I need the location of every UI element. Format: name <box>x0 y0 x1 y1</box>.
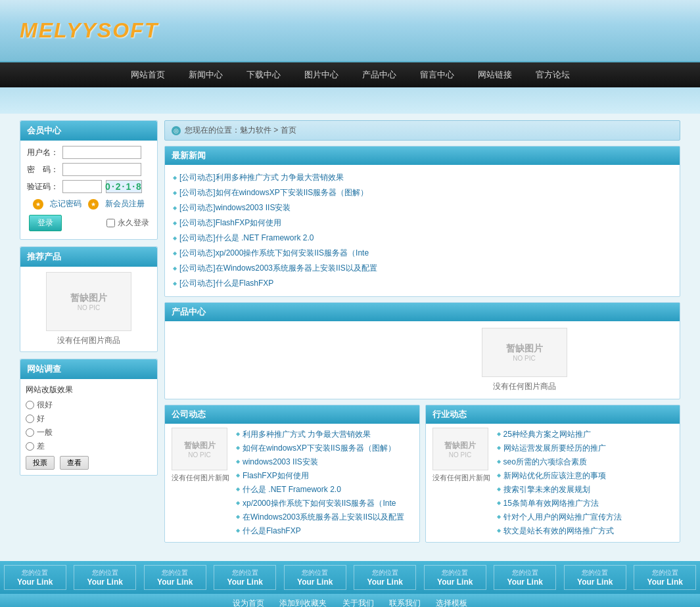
captcha-label: 验证码： <box>26 181 58 192</box>
industry-news-item-6: 针对个人用户的网站推广宣传方法 <box>497 510 674 524</box>
nav-links[interactable]: 网站链接 <box>466 62 524 87</box>
footer-link-4[interactable]: 您的位置 Your Link <box>284 565 346 590</box>
nav-messages[interactable]: 留言中心 <box>408 62 466 87</box>
news-link-7[interactable]: [公司动态]什么是FlashFXP <box>179 278 273 289</box>
password-label: 密 码： <box>26 164 58 175</box>
vote-button[interactable]: 投票 <box>26 456 55 470</box>
industry-small-no-pic: 暂缺图片 NO PIC <box>432 428 488 470</box>
industry-news-link-0[interactable]: 25种经典方案之网站推广 <box>503 429 591 440</box>
company-news-pic: 暂缺图片 NO PIC 没有任何图片新闻 <box>172 428 231 538</box>
news-link-3[interactable]: [公司动态]FlashFXP如何使用 <box>179 217 281 229</box>
industry-news-link-7[interactable]: 软文是站长有效的网络推广方式 <box>503 526 614 537</box>
logo-text2: SOFT <box>97 18 158 42</box>
captcha-input[interactable] <box>62 180 102 193</box>
company-news-item-6: 在Windows2003系统服务器上安装IIS以及配置 <box>236 510 413 524</box>
username-input[interactable] <box>62 146 141 159</box>
footer-link-label-0: Your Link <box>17 577 53 587</box>
company-news-item-7: 什么是FlashFXP <box>236 524 413 538</box>
product-center: 产品中心 暂缺图片 NO PIC 没有任何图片商品 <box>164 302 680 399</box>
survey-radio-2[interactable] <box>26 428 34 437</box>
bottom-nav-favorites[interactable]: 添加到收藏夹 <box>279 598 327 607</box>
nav-images[interactable]: 图片中心 <box>292 62 350 87</box>
breadcrumb-icon: ◎ <box>172 126 181 135</box>
footer-link-6[interactable]: 您的位置 Your Link <box>424 565 486 590</box>
vote-buttons: 投票 查看 <box>26 456 152 470</box>
forgot-link[interactable]: 忘记密码 <box>50 198 82 210</box>
member-title: 会员中心 <box>20 121 157 141</box>
bottom-nav-contact[interactable]: 联系我们 <box>389 598 421 607</box>
member-section: 会员中心 用户名： 密 码： 验证码： 0·2·1·8 <box>20 120 158 240</box>
industry-news-link-4[interactable]: 搜索引擎未来的发展规划 <box>503 484 590 495</box>
remember-checkbox[interactable] <box>106 219 115 227</box>
footer-link-top-2: 您的位置 <box>162 568 188 577</box>
recommend-section: 推荐产品 暂缺图片 NO PIC 没有任何图片商品 <box>20 246 158 352</box>
company-news-link-2[interactable]: windows2003 IIS安装 <box>243 457 318 468</box>
register-link[interactable]: 新会员注册 <box>105 198 145 210</box>
survey-radio-0[interactable] <box>26 401 34 409</box>
company-news-link-7[interactable]: 什么是FlashFXP <box>243 526 301 537</box>
survey-radio-3[interactable] <box>26 442 34 451</box>
footer-link-8[interactable]: 您的位置 Your Link <box>564 565 626 590</box>
news-section: 最新新闻 [公司动态]利用多种推广方式 力争最大营销效果 [公司动态]如何在wi… <box>164 146 680 297</box>
news-link-1[interactable]: [公司动态]如何在windowsXP下安装IIS服务器（图解） <box>179 187 368 198</box>
news-list: [公司动态]利用多种推广方式 力争最大营销效果 [公司动态]如何在windows… <box>165 165 680 296</box>
recommend-title: 推荐产品 <box>20 247 157 267</box>
footer-link-label-6: Your Link <box>437 577 473 587</box>
footer-link-top-9: 您的位置 <box>652 568 678 577</box>
footer-link-0[interactable]: 您的位置 Your Link <box>4 565 66 590</box>
company-news-with-pic: 暂缺图片 NO PIC 没有任何图片新闻 利用多种推广方式 力争最大营销效果 如… <box>172 428 413 538</box>
nav-forum[interactable]: 官方论坛 <box>524 62 582 87</box>
news-link-4[interactable]: [公司动态]什么是 .NET Framework 2.0 <box>179 233 314 244</box>
footer-link-7[interactable]: 您的位置 Your Link <box>494 565 556 590</box>
forgot-icon: ★ <box>33 199 43 210</box>
header: MELYYSOFT <box>0 0 700 62</box>
company-news-link-4[interactable]: 什么是 .NET Framework 2.0 <box>243 484 341 495</box>
industry-news-link-1[interactable]: 网站运营发展所要经历的推广 <box>503 443 606 454</box>
news-link-5[interactable]: [公司动态]xp/2000操作系统下如何安装IIS服务器（Inte <box>179 248 369 259</box>
bottom-nav-template[interactable]: 选择模板 <box>436 598 467 607</box>
industry-news-link-5[interactable]: 15条简单有效网络推广方法 <box>503 498 599 509</box>
company-news-link-1[interactable]: 如何在windowsXP下安装IIS服务器（图解） <box>243 443 396 454</box>
logo-text: MELY <box>20 18 82 42</box>
nav-products[interactable]: 产品中心 <box>350 62 408 87</box>
survey-option-1: 好 <box>26 413 152 424</box>
banner <box>0 87 700 114</box>
company-news-item-0: 利用多种推广方式 力争最大营销效果 <box>236 428 413 441</box>
bottom-nav-about[interactable]: 关于我们 <box>342 598 374 607</box>
industry-news-pic: 暂缺图片 NO PIC 没有任何图片新闻 <box>432 428 492 538</box>
news-link-0[interactable]: [公司动态]利用多种推广方式 力争最大营销效果 <box>179 172 344 183</box>
footer-link-1[interactable]: 您的位置 Your Link <box>74 565 136 590</box>
industry-news-link-2[interactable]: seo所需的六项综合素质 <box>503 457 587 468</box>
view-button[interactable]: 查看 <box>60 456 89 470</box>
recommend-no-pic: 暂缺图片 NO PIC <box>46 272 131 331</box>
password-input[interactable] <box>62 163 141 176</box>
footer-link-5[interactable]: 您的位置 Your Link <box>354 565 416 590</box>
news-link-2[interactable]: [公司动态]windows2003 IIS安装 <box>179 202 291 214</box>
footer-link-2[interactable]: 您的位置 Your Link <box>144 565 206 590</box>
nav-home[interactable]: 网站首页 <box>119 62 177 87</box>
industry-news-link-3[interactable]: 新网站优化所应该注意的事项 <box>503 470 606 482</box>
footer-link-9[interactable]: 您的位置 Your Link <box>634 565 696 590</box>
industry-news-link-6[interactable]: 针对个人用户的网站推广宣传方法 <box>503 512 622 523</box>
footer-link-top-3: 您的位置 <box>232 568 258 577</box>
nav-news[interactable]: 新闻中心 <box>177 62 235 87</box>
captcha-row: 验证码： 0·2·1·8 <box>26 180 152 193</box>
news-two-col: 公司动态 暂缺图片 NO PIC 没有任何图片新闻 利用多种推广方式 力争最大营… <box>164 405 680 543</box>
company-news-link-3[interactable]: FlashFXP如何使用 <box>243 470 309 482</box>
industry-news-content: 暂缺图片 NO PIC 没有任何图片新闻 25种经典方案之网站推广 网站运营发展… <box>426 424 680 542</box>
footer-link-3[interactable]: 您的位置 Your Link <box>214 565 276 590</box>
auth-links: ★ 忘记密码 ★ 新会员注册 <box>26 198 152 210</box>
survey-title: 网站调查 <box>20 359 157 379</box>
bottom-nav-home[interactable]: 设为首页 <box>233 598 264 607</box>
company-news-link-5[interactable]: xp/2000操作系统下如何安装IIS服务器（Inte <box>243 498 396 509</box>
company-news-link-6[interactable]: 在Windows2003系统服务器上安装IIS以及配置 <box>243 512 404 523</box>
login-button[interactable]: 登录 <box>29 215 62 231</box>
survey-option-0: 很好 <box>26 399 152 411</box>
logo-accent: Y <box>82 18 97 42</box>
company-news-link-0[interactable]: 利用多种推广方式 力争最大营销效果 <box>243 429 371 440</box>
nav-download[interactable]: 下载中心 <box>235 62 292 87</box>
product-left <box>172 328 369 392</box>
survey-radio-1[interactable] <box>26 415 34 423</box>
news-link-6[interactable]: [公司动态]在Windows2003系统服务器上安装IIS以及配置 <box>179 263 377 274</box>
news-item-0: [公司动态]利用多种推广方式 力争最大营销效果 <box>173 170 672 185</box>
